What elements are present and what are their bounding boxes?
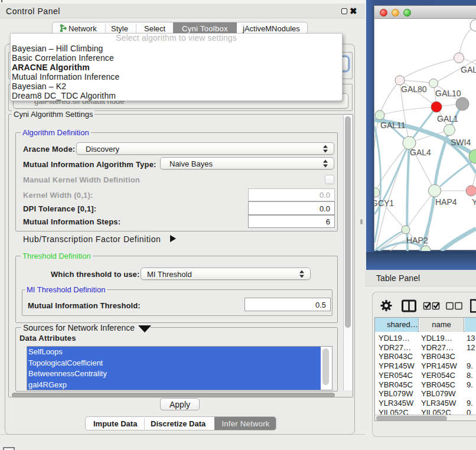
svg-text:GAL7: GAL7 — [461, 65, 476, 74]
svg-text:GAL4: GAL4 — [410, 148, 431, 157]
svg-text:GAL10: GAL10 — [435, 89, 461, 98]
svg-text:GCY1: GCY1 — [374, 198, 394, 208]
svg-text:HAP4: HAP4 — [435, 197, 457, 207]
svg-text:YJ: YJ — [472, 197, 476, 207]
svg-text:HAP2: HAP2 — [406, 236, 428, 245]
svg-text:SWI4: SWI4 — [451, 138, 471, 147]
svg-text:GAL1: GAL1 — [437, 114, 458, 123]
svg-text:GAL80: GAL80 — [401, 84, 427, 94]
svg-text:GAL11: GAL11 — [380, 120, 406, 130]
